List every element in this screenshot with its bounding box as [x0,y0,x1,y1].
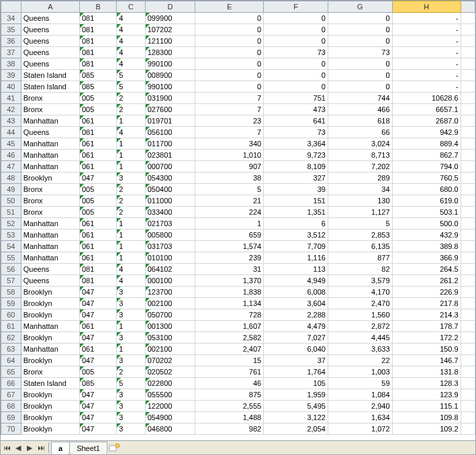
cell-A69[interactable]: Brooklyn [21,412,79,423]
cell-H69[interactable]: 109.8 [392,412,461,423]
cell-G56[interactable]: 82 [328,264,392,275]
cell-F69[interactable]: 3,122 [264,412,328,423]
cell-H55[interactable]: 366.9 [392,252,461,264]
cell-B69[interactable]: 047 [79,412,116,423]
cell-H54[interactable]: 389.8 [392,241,461,252]
cell-E62[interactable]: 2,582 [195,332,264,344]
cell-F45[interactable]: 3,364 [264,138,328,150]
cell-G41[interactable]: 744 [328,93,392,104]
cell-overflow[interactable] [461,58,475,70]
cell-F51[interactable]: 1,351 [264,207,328,218]
cell-B70[interactable]: 047 [79,423,116,435]
cell-B44[interactable]: 081 [79,127,116,138]
cell-C57[interactable]: 4 [117,275,146,287]
cell-E54[interactable]: 1,574 [195,241,264,252]
cell-A35[interactable]: Queens [21,24,79,36]
new-sheet-icon[interactable] [108,443,122,452]
cell-B37[interactable]: 081 [79,47,116,58]
cell-G36[interactable]: 0 [328,36,392,47]
cell-A42[interactable]: Bronx [21,104,79,115]
cell-C61[interactable]: 1 [117,321,146,332]
cell-D47[interactable]: 000700 [145,161,195,172]
cell-C53[interactable]: 1 [117,230,146,241]
cell-A56[interactable]: Queens [21,264,79,275]
cell-overflow[interactable] [461,93,475,104]
cell-overflow[interactable] [461,366,475,378]
cell-A61[interactable]: Manhattan [21,321,79,332]
cell-overflow[interactable] [461,344,475,355]
cell-G53[interactable]: 2,853 [328,230,392,241]
cell-D41[interactable]: 031900 [145,93,195,104]
cell-A45[interactable]: Manhattan [21,138,79,150]
cell-D35[interactable]: 107202 [145,24,195,36]
cell-G42[interactable]: 466 [328,104,392,115]
cell-G66[interactable]: 59 [328,378,392,389]
cell-A43[interactable]: Manhattan [21,115,79,127]
cell-F49[interactable]: 39 [264,184,328,195]
cell-H64[interactable]: 146.7 [392,355,461,366]
cell-H42[interactable]: 6657.1 [392,104,461,115]
cell-A36[interactable]: Queens [21,36,79,47]
cell-F70[interactable]: 2,054 [264,423,328,435]
sheet-tab-sheet1[interactable]: Sheet1 [69,442,107,454]
cell-C48[interactable]: 3 [117,172,146,184]
cell-E53[interactable]: 659 [195,230,264,241]
cell-E64[interactable]: 15 [195,355,264,366]
cell-F50[interactable]: 151 [264,195,328,207]
cell-C44[interactable]: 4 [117,127,146,138]
row-header[interactable]: 64 [1,355,21,366]
cell-A40[interactable]: Staten Island [21,81,79,93]
cell-E51[interactable]: 224 [195,207,264,218]
cell-C42[interactable]: 2 [117,104,146,115]
cell-B40[interactable]: 085 [79,81,116,93]
cell-F44[interactable]: 73 [264,127,328,138]
cell-B58[interactable]: 047 [79,287,116,298]
cell-G49[interactable]: 34 [328,184,392,195]
cell-D36[interactable]: 121100 [145,36,195,47]
cell-H52[interactable]: 500.0 [392,218,461,230]
cell-A55[interactable]: Manhattan [21,252,79,264]
cell-overflow[interactable] [461,24,475,36]
row-header[interactable]: 65 [1,366,21,378]
cell-overflow[interactable] [461,207,475,218]
cell-E55[interactable]: 239 [195,252,264,264]
cell-A62[interactable]: Brooklyn [21,332,79,344]
row-header[interactable]: 63 [1,344,21,355]
cell-overflow[interactable] [461,423,475,435]
cell-G43[interactable]: 618 [328,115,392,127]
cell-G60[interactable]: 1,560 [328,309,392,321]
cell-E37[interactable]: 0 [195,47,264,58]
cell-F65[interactable]: 1,764 [264,366,328,378]
cell-H36[interactable]: - [392,36,461,47]
cell-H62[interactable]: 172.2 [392,332,461,344]
row-header[interactable]: 67 [1,389,21,401]
cell-C69[interactable]: 3 [117,412,146,423]
cell-A38[interactable]: Queens [21,58,79,70]
cell-D37[interactable]: 128300 [145,47,195,58]
cell-A54[interactable]: Manhattan [21,241,79,252]
grid-area[interactable]: A B C D E F G H 34Queens0814099900000-35… [1,1,475,440]
cell-A51[interactable]: Bronx [21,207,79,218]
cell-F61[interactable]: 4,479 [264,321,328,332]
cell-E67[interactable]: 875 [195,389,264,401]
cell-G59[interactable]: 2,470 [328,298,392,309]
cell-G34[interactable]: 0 [328,13,392,24]
cell-H56[interactable]: 264.5 [392,264,461,275]
col-header-D[interactable]: D [145,1,195,13]
cell-F67[interactable]: 1,959 [264,389,328,401]
cell-D40[interactable]: 990100 [145,81,195,93]
sheet-tab-a[interactable]: a [51,442,70,454]
cell-E35[interactable]: 0 [195,24,264,36]
cell-F36[interactable]: 0 [264,36,328,47]
cell-H48[interactable]: 760.5 [392,172,461,184]
cell-E43[interactable]: 23 [195,115,264,127]
cell-B59[interactable]: 047 [79,298,116,309]
row-header[interactable]: 47 [1,161,21,172]
cell-overflow[interactable] [461,47,475,58]
cell-C35[interactable]: 4 [117,24,146,36]
cell-E45[interactable]: 340 [195,138,264,150]
cell-D52[interactable]: 021703 [145,218,195,230]
cell-G61[interactable]: 2,872 [328,321,392,332]
select-all-corner[interactable] [1,1,21,13]
cell-C60[interactable]: 3 [117,309,146,321]
